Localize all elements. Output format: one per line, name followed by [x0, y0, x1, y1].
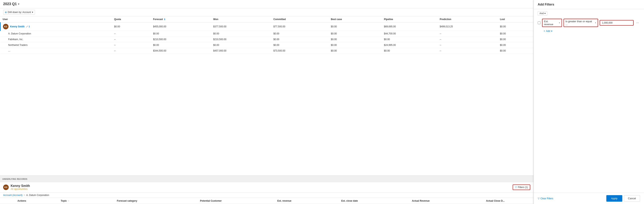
period-selector[interactable]: 2023 Q1 ▾: [3, 2, 530, 6]
filter-panel-title: Add Filters: [538, 3, 640, 6]
col-committed: Committed: [271, 16, 329, 22]
cell-prediction: --: [437, 48, 498, 54]
records-table-container: Actions Topic ↑ Forecast category Potent…: [0, 198, 534, 204]
cell-pipeline: $69,695.00: [382, 22, 437, 31]
drill-icon: ⊞: [5, 11, 7, 13]
col-won: Won: [211, 16, 271, 22]
col-est-revenue: Est. revenue: [254, 198, 315, 204]
filter-more-button[interactable]: ···: [635, 21, 640, 25]
cell-pipeline: $44,700.00: [382, 31, 437, 37]
cell-prediction: --: [437, 37, 498, 42]
underlying-records-header: UNDERLYING RECORDS: [0, 176, 534, 182]
clear-filters-icon: ▽: [538, 197, 540, 200]
col-forecast-cat: Forecast category: [86, 198, 168, 204]
table-row: KS Kenny Smith ⤢ ℹ $0.00 $455,000.00 $37…: [0, 22, 534, 31]
filter-value-input[interactable]: [600, 20, 634, 26]
cell-committed: $73,500.00: [271, 48, 329, 54]
sub-row-name: ...: [8, 49, 10, 52]
cell-won: $210,500.00: [211, 37, 271, 42]
underlying-records-title: UNDERLYING RECORDS: [2, 178, 28, 180]
cell-prediction: --: [437, 31, 498, 37]
cell-pipeline: $0.00: [382, 48, 437, 54]
header-bar: 2023 Q1 ▾: [0, 0, 534, 8]
breadcrumb-parent[interactable]: Account (Account): [3, 194, 22, 197]
cell-best-case: $0.00: [328, 42, 382, 48]
cell-committed: $0.00: [271, 37, 329, 42]
filter-field-selector[interactable]: Est. revenue ▾: [542, 19, 562, 27]
clear-filters-button[interactable]: ▽ Clear Filters: [538, 197, 553, 200]
filter-field-value: Est. revenue: [544, 20, 558, 26]
filter-row-checkbox[interactable]: [538, 21, 540, 24]
cell-pipeline: $24,995.00: [382, 42, 437, 48]
expand-icon[interactable]: ⤢: [26, 25, 28, 28]
filter-operator-selector[interactable]: Is greater than or equal ... ▾: [564, 19, 598, 27]
sub-row-name[interactable]: A. Datum Corporation: [8, 32, 31, 35]
cell-quota: --: [112, 37, 151, 42]
filter-operator-value: Is greater than or equal ...: [566, 20, 594, 26]
filter-and-row: And ▾: [534, 9, 644, 17]
records-header-row: Actions Topic ↑ Forecast category Potent…: [0, 198, 534, 204]
cell-quota: --: [112, 48, 151, 54]
drill-down-button[interactable]: ⊞ Drill down by: Account ▾: [3, 10, 35, 14]
cell-won: $0.00: [211, 42, 271, 48]
cell-quota: --: [112, 42, 151, 48]
add-button-label: Add: [546, 30, 550, 32]
cell-committed: $0.00: [271, 42, 329, 48]
cell-forecast: $344,500.00: [151, 48, 211, 54]
cell-won: $457,000.00: [211, 48, 271, 54]
col-user: User: [0, 16, 112, 22]
forecast-info-icon: ℹ: [164, 18, 165, 20]
period-label: 2023 Q1: [3, 2, 17, 6]
cell-prediction: $499,013.25: [437, 22, 498, 31]
user-name[interactable]: Kenny Smith: [10, 25, 24, 28]
cell-best-case: $0.00: [328, 37, 382, 42]
cell-user: A. Datum Corporation: [0, 31, 112, 37]
cell-forecast: $210,500.00: [151, 37, 211, 42]
underlying-user-bar: KS Kenny Smith All opportunities ▽ Filte…: [0, 182, 534, 193]
sub-row-name[interactable]: Northwind Traders: [8, 44, 28, 46]
records-table: Actions Topic ↑ Forecast category Potent…: [0, 198, 534, 204]
underlying-records-section: UNDERLYING RECORDS KS Kenny Smith All op…: [0, 176, 534, 204]
table-row: A. Datum Corporation -- $0.00 $0.00 $0.0…: [0, 31, 534, 37]
underlying-user-info: KS Kenny Smith All opportunities: [3, 184, 30, 191]
underlying-user-subtitle: All opportunities: [11, 188, 30, 191]
col-est-close-date: Est. close date: [315, 198, 384, 204]
avatar: KS: [3, 24, 8, 29]
breadcrumb: Account (Account) > A. Datum Corporation: [0, 193, 534, 198]
drill-down-bar: ⊞ Drill down by: Account ▾: [0, 8, 534, 16]
more-options-icon: ···: [636, 21, 639, 24]
cell-lost: $0.00: [498, 37, 534, 42]
col-potential-customer: Potential Customer: [168, 198, 254, 204]
apply-button[interactable]: Apply: [606, 195, 622, 202]
col-forecast: Forecast ℹ: [151, 16, 211, 22]
cell-forecast: $0.00: [151, 31, 211, 37]
filters-button[interactable]: ▽ Filters (1): [513, 185, 530, 190]
cancel-button[interactable]: Cancel: [624, 195, 640, 202]
breadcrumb-current: A. Datum Corporation: [26, 194, 49, 197]
col-best-case: Best case: [328, 16, 382, 22]
col-actions: Actions: [0, 198, 44, 204]
cell-best-case: $0.00: [328, 31, 382, 37]
sub-row-name[interactable]: Fabrikam, Inc.: [8, 38, 23, 41]
info-circle-icon[interactable]: ℹ: [29, 25, 30, 28]
table-row: Northwind Traders -- $0.00 $0.00 $0.00 $…: [0, 42, 534, 48]
cell-best-case: $0.00: [328, 22, 382, 31]
add-filter-row: + Add ▾: [534, 28, 644, 34]
cell-user: ...: [0, 48, 112, 54]
cell-won: $0.00: [211, 31, 271, 37]
drill-down-label: Drill down by: Account: [8, 11, 31, 13]
forecast-table: User Quota Forecast ℹ Won Committed Best…: [0, 16, 534, 54]
and-badge[interactable]: And ▾: [538, 11, 548, 15]
cell-pipeline: $0.00: [382, 37, 437, 42]
cell-user: Fabrikam, Inc.: [0, 37, 112, 42]
col-actual-revenue: Actual Revenue: [384, 198, 457, 204]
underlying-avatar: KS: [3, 185, 9, 190]
filters-button-label: Filters (1): [518, 186, 528, 189]
filter-row: Est. revenue ▾ Is greater than or equal …: [534, 17, 644, 28]
add-filter-button[interactable]: + Add ▾: [544, 30, 552, 32]
table-header-row: User Quota Forecast ℹ Won Committed Best…: [0, 16, 534, 22]
col-prediction: Prediction: [437, 16, 498, 22]
underlying-user-name: Kenny Smith: [11, 184, 30, 188]
col-actual-close: Actual Close D...: [457, 198, 534, 204]
cell-prediction: --: [437, 42, 498, 48]
